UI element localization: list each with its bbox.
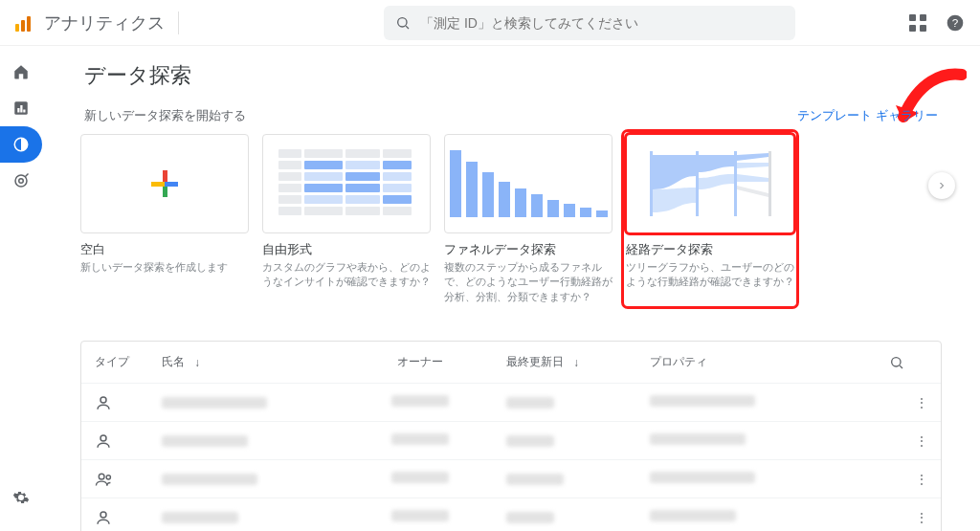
card-desc: ツリーグラフから、ユーザーのどのような行動経路が確認できますか？ [626,260,794,290]
svg-rect-6 [20,105,22,113]
row-menu[interactable]: ⋮ [899,396,927,409]
card-title: 空白 [80,241,249,258]
top-bar: アナリティクス ? [0,0,980,46]
col-name[interactable]: 氏名 [162,354,334,370]
analytics-logo-icon [15,14,33,32]
help-icon[interactable]: ? [946,13,965,33]
nav-reports[interactable] [0,90,42,126]
svg-text:?: ? [952,16,959,29]
table-row[interactable]: ⋮ [81,460,941,498]
nav-home[interactable] [0,54,42,90]
card-desc: カスタムのグラフや表から、どのようなインサイトが確認できますか？ [262,260,431,290]
table-row[interactable]: ⋮ [81,384,941,422]
person-icon [95,394,112,411]
svg-point-0 [398,17,407,26]
app-logo[interactable]: アナリティクス [15,11,165,34]
apps-icon[interactable] [909,14,926,32]
col-date[interactable]: 最終更新日 [506,354,650,370]
card-title: 経路データ探索 [626,241,794,258]
card-desc: 複数のステップから成るファネルで、どのようなユーザー行動経路が分析、分割、分類で… [444,260,612,304]
scroll-next-button[interactable] [928,172,955,199]
card-path-thumb [626,134,794,233]
people-icon [95,471,114,488]
person-icon [95,509,112,526]
card-blank[interactable]: 空白 新しいデータ探索を作成します [80,134,249,304]
home-icon [12,63,30,80]
explore-icon [12,136,30,153]
svg-rect-7 [23,110,25,113]
table-row[interactable]: ⋮ [81,498,941,531]
card-freeform-thumb [262,134,431,233]
svg-point-14 [100,435,106,441]
bar-chart-icon [12,100,30,117]
app-title: アナリティクス [44,11,165,34]
person-icon [95,432,112,450]
svg-rect-5 [17,108,19,113]
nav-explore[interactable] [0,126,42,163]
template-cards-row: 空白 新しいデータ探索を作成します 自由形式 カスタムのグラフや表から、どのよう… [80,134,942,304]
card-title: 自由形式 [262,241,431,258]
svg-point-17 [100,512,106,518]
table-row[interactable]: ⋮ [81,422,941,460]
nav-advertising[interactable] [0,163,42,199]
row-menu[interactable]: ⋮ [899,434,927,448]
svg-point-11 [892,357,901,365]
card-freeform[interactable]: 自由形式 カスタムのグラフや表から、どのようなインサイトが確認できますか？ [262,134,431,304]
svg-line-12 [900,365,902,368]
svg-line-1 [406,26,409,29]
card-title: ファネルデータ探索 [444,241,612,258]
col-owner[interactable]: オーナー [334,354,506,370]
search-icon [889,355,904,370]
divider [178,11,179,34]
row-menu[interactable]: ⋮ [899,473,927,486]
explorations-table: タイプ 氏名 オーナー 最終更新日 プロパティ ⋮ [80,341,942,531]
table-header-row: タイプ 氏名 オーナー 最終更新日 プロパティ [81,342,941,384]
svg-point-16 [106,475,110,478]
card-funnel-thumb [444,134,612,233]
nav-admin[interactable] [0,479,42,516]
row-menu[interactable]: ⋮ [899,511,927,524]
card-blank-thumb [80,134,249,233]
card-path-exploration[interactable]: 経路データ探索 ツリーグラフから、ユーザーのどのような行動経路が確認できますか？ [626,134,794,304]
card-desc: 新しいデータ探索を作成します [80,260,249,275]
svg-point-10 [19,179,24,184]
col-type[interactable]: タイプ [95,354,162,370]
svg-point-15 [99,474,104,479]
left-nav-rail [0,46,42,531]
chevron-right-icon [936,180,947,191]
page-title: データ探索 [84,61,942,90]
gear-icon [12,489,30,506]
main-content: データ探索 新しいデータ探索を開始する テンプレート ギャラリー 空白 新しいデ… [42,46,980,531]
col-property[interactable]: プロパティ [650,354,793,370]
plus-icon [151,170,178,197]
search-input[interactable] [420,15,784,31]
search-icon [395,15,411,31]
search-box[interactable] [384,6,795,40]
svg-point-13 [100,397,106,403]
card-funnel[interactable]: ファネルデータ探索 複数のステップから成るファネルで、どのようなユーザー行動経路… [444,134,612,304]
template-gallery-link[interactable]: テンプレート ギャラリー [797,107,938,124]
target-icon [12,172,30,189]
table-search[interactable] [889,355,927,370]
page-subtitle: 新しいデータ探索を開始する [84,107,246,124]
svg-point-9 [15,175,27,187]
